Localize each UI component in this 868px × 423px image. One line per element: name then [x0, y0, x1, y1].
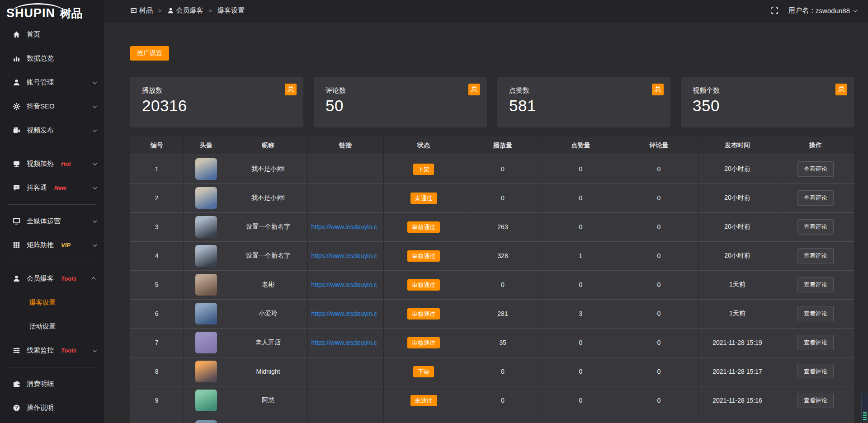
- topbar: 树品>会员爆客>爆客设置 用户名： zswodun88: [104, 0, 868, 22]
- sidebar-item-12[interactable]: 消费明细: [0, 372, 104, 396]
- avatar: [195, 274, 217, 296]
- column-header: 播放量: [464, 136, 542, 155]
- view-comments-button[interactable]: 查看评论: [797, 277, 834, 292]
- avatar: [195, 303, 217, 324]
- status-badge: 审核通过: [407, 221, 440, 233]
- view-comments-button[interactable]: 查看评论: [797, 161, 834, 177]
- user-icon: [13, 79, 20, 86]
- cell-time: 1天前: [698, 299, 777, 328]
- cell-status: 未通过: [383, 386, 464, 415]
- chat-icon: [13, 184, 20, 192]
- sidebar-item-label: 抖音SEO: [27, 102, 55, 111]
- video-link[interactable]: https://www.iesdouyin.c: [308, 223, 383, 230]
- table-row-partial: [130, 415, 854, 423]
- sidebar-item-2[interactable]: 数据总览: [0, 47, 104, 70]
- view-comments-button[interactable]: 查看评论: [797, 306, 834, 321]
- cell-avatar: [184, 212, 229, 241]
- breadcrumb-item[interactable]: 爆客设置: [217, 6, 245, 15]
- sidebar-item-5[interactable]: 视频发布: [0, 118, 104, 142]
- sidebar-item-13[interactable]: ?操作说明: [0, 396, 104, 420]
- sidebar-item-10[interactable]: 会员爆客Tools: [0, 267, 104, 291]
- cell-id: 2: [130, 183, 184, 212]
- stat-label: 评论数: [326, 86, 475, 95]
- cell-partial: [777, 415, 854, 423]
- view-comments-button[interactable]: 查看评论: [797, 219, 834, 235]
- sidebar-item-tag: Tools: [61, 347, 76, 354]
- video-link[interactable]: https://www.iesdouyin.c: [308, 310, 383, 317]
- sidebar-subitem[interactable]: 活动设置: [0, 315, 104, 338]
- cell-avatar: [184, 183, 229, 212]
- cell-partial: [464, 415, 542, 423]
- cell-partial: [542, 415, 620, 423]
- view-comments-button[interactable]: 查看评论: [797, 335, 834, 350]
- video-link[interactable]: https://www.iesdouyin.c: [308, 252, 383, 259]
- stat-label: 点赞数: [509, 86, 659, 95]
- chevron-down-icon: [93, 348, 97, 352]
- cell-nickname: 设置一个新名字: [229, 241, 307, 270]
- table-row: 9阿慧未通过0002021-11-28 15:16查看评论: [130, 386, 854, 415]
- status-badge: 下架: [413, 164, 434, 175]
- view-comments-button[interactable]: 查看评论: [797, 393, 834, 408]
- view-comments-button[interactable]: 查看评论: [797, 248, 834, 263]
- view-comments-button[interactable]: 查看评论: [797, 364, 834, 379]
- stat-value: 20316: [142, 97, 292, 115]
- status-badge: 未通过: [410, 193, 437, 204]
- stat-label: 视频个数: [693, 86, 842, 95]
- sidebar-item-label: 首页: [27, 30, 40, 39]
- cell-likes: 0: [542, 357, 620, 386]
- brand-logo[interactable]: SHUPIN 树品: [0, 0, 104, 23]
- cell-likes: 0: [542, 386, 620, 415]
- sidebar-item-1[interactable]: 首页: [0, 23, 104, 47]
- column-header: 编号: [130, 136, 184, 155]
- sidebar-item-11[interactable]: 线索监控Tools: [0, 338, 104, 362]
- table-wrap: 编号头像昵称链接状态播放量点赞量评论量发布时间操作 1我不是小帅!下架00020…: [130, 136, 854, 423]
- table-row: 6小爱玲https://www.iesdouyin.c审核通过281301天前查…: [130, 299, 854, 328]
- sidebar-item-4[interactable]: 抖音SEO: [0, 94, 104, 118]
- total-badge: 总: [835, 84, 847, 95]
- status-badge: 审核通过: [407, 279, 440, 291]
- cell-plays: 0: [464, 270, 542, 299]
- avatar: [195, 361, 217, 382]
- promo-settings-button[interactable]: 推广设置: [130, 46, 169, 61]
- cell-comments: 0: [620, 241, 698, 270]
- cell-nickname: 我不是小帅!: [229, 155, 307, 183]
- breadcrumb-item[interactable]: 会员爆客: [167, 6, 203, 15]
- column-header: 链接: [307, 136, 383, 155]
- fullscreen-icon[interactable]: [771, 7, 778, 14]
- sidebar-item-label: 操作说明: [27, 404, 54, 412]
- videos-table: 编号头像昵称链接状态播放量点赞量评论量发布时间操作 1我不是小帅!下架00020…: [130, 136, 854, 423]
- breadcrumb-item[interactable]: 树品: [130, 6, 153, 15]
- sidebar-item-label: 全媒体运营: [27, 217, 61, 226]
- total-badge: 总: [652, 84, 664, 95]
- video-link[interactable]: https://www.iesdouyin.c: [308, 281, 383, 288]
- monitor-icon: [13, 217, 20, 225]
- cell-plays: 263: [464, 212, 542, 241]
- avatar: [195, 332, 217, 353]
- main-area: 树品>会员爆客>爆客设置 用户名： zswodun88 推广设置 播放数2031…: [104, 0, 868, 423]
- cell-avatar: [184, 357, 229, 386]
- view-comments-button[interactable]: 查看评论: [797, 190, 834, 206]
- chevron-down-icon: [853, 8, 858, 12]
- column-header: 昵称: [229, 136, 307, 155]
- cell-link: [307, 155, 383, 183]
- chevron-down-icon: [93, 127, 97, 132]
- sidebar-item-9[interactable]: 矩阵助推VIP: [0, 233, 104, 257]
- stat-card: 点赞数581总: [497, 77, 670, 127]
- sidebar-item-6[interactable]: 视频加热Hot: [0, 152, 104, 176]
- sidebar-item-7[interactable]: 抖客通New: [0, 176, 104, 200]
- chevron-up-icon: [91, 277, 96, 282]
- video-link[interactable]: https://www.iesdouyin.c: [308, 339, 383, 346]
- user-menu[interactable]: 用户名： zswodun88: [788, 6, 856, 15]
- stat-value: 581: [509, 97, 659, 115]
- floating-widget[interactable]: [861, 393, 868, 422]
- avatar: [195, 245, 217, 267]
- sidebar-item-3[interactable]: 账号管理: [0, 70, 104, 94]
- breadcrumb-label: 会员爆客: [176, 6, 203, 15]
- logo-arc-decoration: [11, 3, 65, 13]
- chevron-down-icon: [93, 185, 97, 189]
- sidebar-item-8[interactable]: 全媒体运营: [0, 209, 104, 233]
- grid-icon: [13, 241, 20, 249]
- column-header: 点赞量: [542, 136, 620, 155]
- sidebar-subitem[interactable]: 爆客设置: [0, 291, 104, 315]
- cell-partial: [184, 415, 229, 423]
